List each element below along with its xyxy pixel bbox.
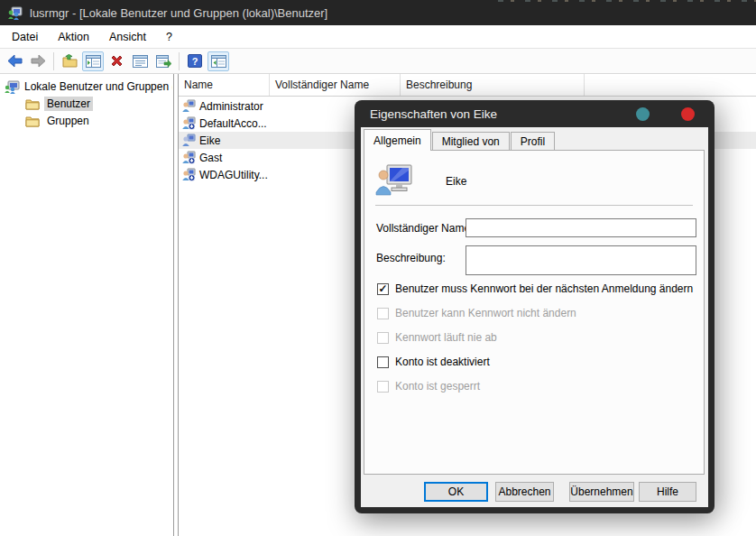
checkbox-label: Benutzer muss Kennwort bei der nächsten … — [395, 282, 693, 295]
dialog-user-header: Eike — [375, 164, 466, 199]
properties-dialog: Eigenschaften von Eike Allgemein Mitglie… — [355, 100, 715, 513]
dialog-title: Eigenschaften von Eike — [370, 107, 636, 121]
menu-datei[interactable]: Datei — [2, 27, 48, 47]
user-large-icon — [375, 164, 413, 199]
toolbar-separator — [53, 52, 54, 70]
menu-hilfe[interactable]: ? — [156, 27, 182, 47]
checkbox-password-never-expires: Kennwort läuft nie ab — [377, 331, 497, 344]
row-label: Administrator — [199, 100, 263, 113]
checkbox-account-disabled[interactable]: Konto ist deaktiviert — [377, 356, 490, 368]
column-header-description[interactable]: Beschreibung — [401, 74, 585, 96]
dialog-titlebar[interactable]: Eigenschaften von Eike — [355, 100, 715, 127]
checkbox-label: Benutzer kann Kennwort nicht ändern — [395, 307, 576, 319]
tab-allgemein[interactable]: Allgemein — [364, 129, 431, 150]
properties-icon — [133, 55, 148, 68]
window-titlebar[interactable]: lusrmgr - [Lokale Benutzer und Gruppen (… — [0, 0, 756, 25]
tree-root-label: Lokale Benutzer und Gruppen (lokal) — [24, 80, 172, 93]
full-name-label: Vollständiger Name: — [376, 222, 473, 235]
properties-button[interactable] — [129, 51, 151, 71]
separator-line — [375, 205, 693, 206]
dialog-tabs: Allgemein Mitglied von Profil — [364, 129, 556, 150]
tab-page-allgemein: Eike Vollständiger Name: Beschreibung: ✓… — [364, 150, 705, 475]
user-icon — [181, 99, 196, 113]
help-dialog-button[interactable]: Hilfe — [639, 482, 696, 502]
action-pane-toggle-icon — [211, 55, 226, 68]
tree-item-label: Gruppen — [44, 114, 92, 128]
user-disabled-icon — [181, 116, 196, 130]
export-list-icon — [156, 55, 171, 68]
column-header-name[interactable]: Name — [179, 74, 270, 96]
cancel-button[interactable]: Abbrechen — [495, 482, 554, 502]
row-label: DefaultAcco... — [199, 117, 267, 130]
help-icon: ? — [188, 54, 202, 68]
description-input[interactable] — [466, 245, 696, 275]
row-label: WDAGUtility... — [199, 169, 268, 181]
checkbox-label: Konto ist deaktiviert — [395, 356, 490, 368]
toolbar-separator — [179, 52, 180, 70]
checkbox-box — [377, 308, 389, 319]
tree-item-label: Benutzer — [44, 97, 93, 111]
checkbox-account-locked: Konto ist gesperrt — [377, 380, 480, 393]
console-tree-toggle-button[interactable] — [82, 51, 104, 71]
console-tree-toggle-icon — [86, 55, 101, 68]
console-tree-pane: Lokale Benutzer und Gruppen (lokal) Benu… — [0, 74, 174, 536]
apply-button[interactable]: Übernehmen — [569, 482, 634, 502]
folder-icon — [25, 98, 40, 110]
checkbox-label: Kennwort läuft nie ab — [395, 331, 497, 344]
tab-mitglied-von[interactable]: Mitglied von — [432, 132, 510, 150]
tab-profil[interactable]: Profil — [511, 132, 555, 150]
row-label: Gast — [199, 152, 222, 164]
ok-button[interactable]: OK — [424, 482, 488, 502]
full-name-input[interactable] — [466, 218, 696, 237]
delete-button[interactable] — [106, 51, 127, 71]
checkbox-box-checked: ✓ — [377, 283, 389, 295]
checkbox-label: Konto ist gesperrt — [395, 380, 480, 393]
toolbar: ? — [0, 49, 756, 74]
tree-root-lokale-benutzer[interactable]: Lokale Benutzer und Gruppen (lokal) — [0, 79, 173, 95]
menu-bar: Datei Aktion Ansicht ? — [0, 25, 756, 49]
screen-edge-artifact — [498, 0, 756, 2]
tree-item-gruppen[interactable]: Gruppen — [0, 113, 173, 129]
back-button[interactable] — [4, 51, 25, 71]
description-label: Beschreibung: — [376, 252, 446, 264]
tree-item-benutzer[interactable]: Benutzer — [0, 96, 173, 112]
close-dot-button[interactable] — [681, 107, 695, 121]
checkbox-must-change-password[interactable]: ✓ Benutzer muss Kennwort bei der nächste… — [377, 282, 693, 295]
list-header: Name Vollständiger Name Beschreibung — [179, 74, 756, 97]
forward-button[interactable] — [27, 51, 49, 71]
up-level-icon — [62, 54, 78, 68]
back-icon — [7, 54, 23, 68]
checkbox-cannot-change-password: Benutzer kann Kennwort nicht ändern — [377, 307, 576, 319]
delete-icon — [110, 54, 124, 68]
action-pane-toggle-button[interactable] — [207, 51, 229, 71]
checkbox-box — [377, 332, 389, 344]
column-header-full-name[interactable]: Vollständiger Name — [270, 74, 401, 96]
export-list-button[interactable] — [152, 51, 174, 71]
checkbox-box — [377, 356, 389, 368]
users-and-groups-icon — [4, 80, 20, 94]
row-label: Eike — [199, 134, 220, 147]
forward-icon — [31, 54, 46, 68]
window-title: lusrmgr - [Lokale Benutzer und Gruppen (… — [30, 6, 327, 20]
menu-aktion[interactable]: Aktion — [48, 27, 99, 47]
user-icon-selected — [181, 134, 196, 147]
help-button[interactable]: ? — [184, 51, 206, 71]
menu-ansicht[interactable]: Ansicht — [99, 27, 156, 47]
folder-icon — [25, 116, 40, 127]
user-disabled-icon — [181, 168, 196, 181]
dialog-body: Allgemein Mitglied von Profil Eike Volls… — [361, 127, 708, 507]
user-disabled-icon — [181, 151, 196, 164]
minimize-dot-button[interactable] — [636, 107, 650, 121]
dialog-user-name: Eike — [446, 175, 466, 188]
lusrmgr-app-icon — [7, 6, 23, 20]
checkbox-box — [377, 381, 389, 393]
up-level-button[interactable] — [59, 51, 80, 71]
